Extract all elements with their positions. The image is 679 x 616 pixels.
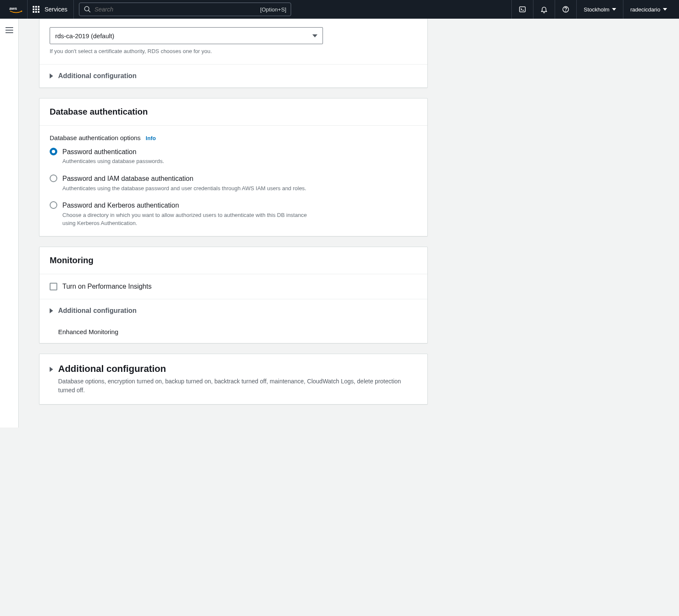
monitoring-panel: Monitoring Turn on Performance Insights …: [39, 247, 428, 343]
search-icon: [84, 6, 91, 13]
notifications-button[interactable]: [533, 0, 555, 19]
chevron-right-icon: [50, 367, 53, 372]
radio-title: Password and IAM database authentication: [62, 174, 306, 183]
monitoring-header: Monitoring: [50, 256, 417, 265]
main-content: rds-ca-2019 (default) If you don't selec…: [19, 19, 679, 428]
db-auth-options-label: Database authentication options: [50, 134, 140, 141]
cloudshell-button[interactable]: [511, 0, 533, 19]
chevron-right-icon: [50, 73, 53, 79]
radio-desc: Authenticates using the database passwor…: [62, 184, 306, 193]
services-menu-button[interactable]: [28, 0, 45, 19]
search-input[interactable]: [91, 6, 260, 13]
radio-password-kerberos-auth[interactable]: Password and Kerberos authentication Cho…: [50, 201, 321, 228]
svg-rect-3: [520, 7, 526, 12]
certificate-authority-panel: rds-ca-2019 (default) If you don't selec…: [39, 19, 428, 88]
radio-desc: Choose a directory in which you want to …: [62, 211, 321, 228]
performance-insights-checkbox[interactable]: Turn on Performance Insights: [50, 283, 417, 290]
database-authentication-panel: Database authentication Database authent…: [39, 98, 428, 236]
chevron-down-icon: [312, 34, 317, 37]
additional-configuration-label: Additional configuration: [58, 72, 137, 80]
radio-title: Password authentication: [62, 147, 164, 157]
side-nav-toggle[interactable]: [0, 19, 19, 428]
help-icon: [562, 6, 570, 13]
terminal-icon: [519, 6, 526, 13]
certificate-authority-select[interactable]: rds-ca-2019 (default): [50, 27, 323, 44]
top-navigation: aws Services [Option+S] S: [0, 0, 679, 19]
certificate-help-text: If you don't select a certificate author…: [50, 48, 417, 56]
enhanced-monitoring-label: Enhanced Monitoring: [50, 328, 118, 335]
svg-text:aws: aws: [9, 6, 17, 11]
additional-configuration-big-label: Additional configuration: [58, 363, 406, 374]
monitoring-additional-config-label: Additional configuration: [58, 307, 137, 315]
additional-configuration-panel: Additional configuration Database option…: [39, 354, 428, 405]
additional-configuration-toggle[interactable]: Additional configuration: [39, 65, 427, 87]
db-auth-header: Database authentication: [50, 107, 417, 117]
grid-icon: [33, 6, 39, 13]
svg-point-1: [84, 6, 89, 11]
chevron-right-icon: [50, 308, 53, 313]
bell-icon: [540, 6, 548, 13]
aws-logo-icon: aws: [9, 5, 23, 14]
search-shortcut: [Option+S]: [260, 6, 286, 13]
db-auth-radio-group: Password authentication Authenticates us…: [50, 147, 321, 228]
radio-icon: [50, 201, 57, 209]
services-label[interactable]: Services: [45, 0, 74, 19]
additional-configuration-big-toggle[interactable]: Additional configuration Database option…: [39, 354, 427, 404]
svg-point-6: [566, 11, 566, 11]
radio-icon: [50, 148, 57, 155]
radio-title: Password and Kerberos authentication: [62, 201, 321, 210]
region-label: Stockholm: [584, 6, 609, 13]
aws-logo[interactable]: aws: [5, 0, 28, 19]
monitoring-additional-config-toggle[interactable]: Additional configuration Enhanced Monito…: [39, 299, 427, 343]
chevron-down-icon: [663, 8, 667, 11]
checkbox-icon: [50, 283, 57, 290]
chevron-down-icon: [612, 8, 616, 11]
hamburger-icon: [6, 27, 13, 33]
account-menu[interactable]: radecicdario: [623, 0, 674, 19]
radio-icon: [50, 174, 57, 182]
radio-desc: Authenticates using database passwords.: [62, 157, 164, 166]
radio-password-iam-auth[interactable]: Password and IAM database authentication…: [50, 174, 321, 192]
radio-password-auth[interactable]: Password authentication Authenticates us…: [50, 147, 321, 166]
additional-configuration-big-desc: Database options, encryption turned on, …: [58, 377, 406, 395]
global-search[interactable]: [Option+S]: [79, 3, 291, 16]
user-label: radecicdario: [630, 6, 660, 13]
performance-insights-label: Turn on Performance Insights: [62, 283, 152, 290]
help-button[interactable]: [555, 0, 576, 19]
certificate-selected-value: rds-ca-2019 (default): [55, 32, 114, 39]
info-link[interactable]: Info: [146, 135, 156, 141]
region-selector[interactable]: Stockholm: [576, 0, 623, 19]
svg-line-2: [88, 10, 90, 12]
